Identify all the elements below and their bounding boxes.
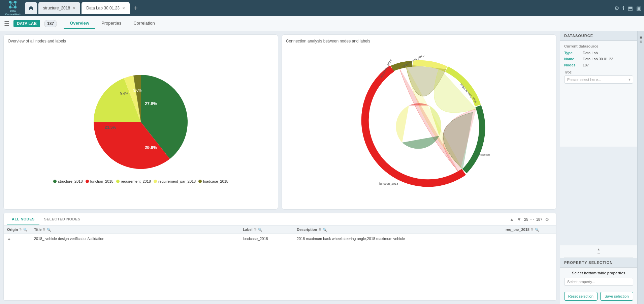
- nav-tab-correlation[interactable]: Correlation: [127, 18, 161, 29]
- legend-loadcase: loadcase_2018: [198, 179, 228, 183]
- legend-req-par-label: requirement_par_2018: [158, 179, 196, 183]
- tab-structure-label: structure_2018: [43, 6, 70, 10]
- tab-datalab[interactable]: Data Lab 30.01.23 ×: [82, 2, 130, 14]
- pie-container: 27.8% 29.9% 23.5% 9.4% 9.6% structure_20…: [8, 68, 274, 183]
- tab-structure[interactable]: structure_2018 ×: [38, 2, 80, 14]
- tool-icon: ✦: [7, 237, 11, 242]
- nav-tab-overview[interactable]: Overview: [64, 18, 95, 29]
- th-label: Label ⇅ 🔍: [239, 225, 293, 234]
- legend-structure: structure_2018: [53, 179, 83, 183]
- svg-text:23.5%: 23.5%: [105, 125, 116, 130]
- node-count-badge: 187: [44, 20, 57, 27]
- th-description-sort[interactable]: ⇅: [319, 228, 321, 231]
- ds-name-value: Data Lab 30.01.23: [583, 57, 613, 61]
- th-label-filter[interactable]: 🔍: [258, 228, 262, 232]
- tab-structure-close[interactable]: ×: [73, 6, 75, 10]
- scroll-down-btn[interactable]: ▼: [517, 217, 521, 222]
- top-bar: Data ContextHub structure_2018 × Data La…: [0, 0, 644, 16]
- pie-chart-title: Overview of all nodes and labels: [8, 39, 274, 43]
- sidebar-right-icon[interactable]: ▣: [636, 5, 641, 11]
- right-side-bar: ▣ ⊞: [637, 31, 644, 304]
- property-selection-header: PROPERTY SELECTION: [560, 258, 637, 268]
- hamburger-menu[interactable]: ☰: [4, 20, 9, 27]
- charts-row: Overview of all nodes and labels: [3, 34, 556, 210]
- tab-all-nodes[interactable]: ALL NODES: [7, 214, 39, 224]
- column-settings-btn[interactable]: ⚙: [545, 217, 549, 222]
- td-origin: ✦: [4, 234, 31, 245]
- legend-requirement: requirement_2018: [116, 179, 151, 183]
- svg-text:9.6%: 9.6%: [133, 88, 141, 92]
- legend-loadcase-label: loadcase_2018: [203, 179, 228, 183]
- logo-area: Data ContextHub: [3, 0, 23, 16]
- type-select-wrapper: Please select here...: [564, 75, 633, 84]
- th-origin-filter[interactable]: 🔍: [23, 228, 27, 232]
- ds-name-row: Name Data Lab 30.01.23: [564, 57, 633, 61]
- th-title-filter[interactable]: 🔍: [47, 228, 51, 232]
- datasource-header: DATASOURCE: [560, 31, 637, 41]
- th-req-par-sort[interactable]: ⇅: [531, 228, 534, 231]
- main-content: Overview of all nodes and labels: [0, 31, 644, 304]
- th-origin-sort[interactable]: ⇅: [19, 228, 22, 231]
- type-select-placeholder: Please select here...: [567, 78, 601, 82]
- table-area: ALL NODES SELECTED NODES ▲ ▼ 25 ··· 187 …: [3, 213, 556, 301]
- tab-area: structure_2018 × Data Lab 30.01.23 × +: [25, 2, 612, 14]
- page-dots: ···: [529, 217, 535, 221]
- right-panel-container: DATASOURCE Current datasource Type Data …: [560, 31, 644, 304]
- pie-legend: structure_2018 function_2018 requirement…: [53, 179, 228, 183]
- nav-tabs: Overview Properties Correlation: [64, 18, 161, 29]
- ds-name-label: Name: [564, 57, 583, 61]
- tab-datalab-label: Data Lab 30.01.23: [86, 6, 120, 10]
- td-req-par: [502, 234, 556, 245]
- add-tab-button[interactable]: +: [131, 3, 140, 13]
- table-header: Origin ⇅ 🔍 Title ⇅ 🔍 Label ⇅ 🔍: [4, 225, 556, 234]
- th-label-sort[interactable]: ⇅: [254, 228, 257, 231]
- ds-type-row: Type Data Lab: [564, 51, 633, 55]
- tab-selected-nodes[interactable]: SELECTED NODES: [39, 214, 85, 224]
- legend-function-label: function_2018: [90, 179, 114, 183]
- export-icon[interactable]: ⬒: [628, 5, 633, 11]
- legend-requirement-label: requirement_2018: [121, 179, 151, 183]
- th-title-sort[interactable]: ⇅: [43, 228, 45, 231]
- scroll-buttons: ▲ ═: [560, 245, 637, 257]
- datasource-content: Current datasource Type Data Lab Name Da…: [560, 41, 637, 147]
- svg-text:structure_2018: structure_2018: [479, 153, 490, 157]
- legend-structure-label: structure_2018: [58, 179, 83, 183]
- side-bar-icon-1[interactable]: ▣: [639, 36, 643, 39]
- th-description-filter[interactable]: 🔍: [323, 228, 327, 232]
- save-selection-button[interactable]: Save selection: [600, 292, 634, 301]
- th-req-par-filter[interactable]: 🔍: [535, 228, 539, 232]
- side-bar-icon-2[interactable]: ⊞: [639, 40, 643, 43]
- td-title: 2018_ vehicle design verification/valida…: [31, 234, 239, 245]
- ds-type-value: Data Lab: [583, 51, 598, 55]
- property-select-input[interactable]: [564, 278, 633, 286]
- th-req-par: req_par_2018 ⇅ 🔍: [502, 225, 556, 234]
- settings-icon[interactable]: ⚙: [614, 5, 619, 11]
- tab-home[interactable]: [25, 2, 37, 14]
- th-origin: Origin ⇅ 🔍: [4, 225, 31, 234]
- scroll-up-btn[interactable]: ▲: [510, 217, 514, 222]
- connection-chart-body: loadcase_2018 requirement_par_2018 requi…: [286, 46, 552, 205]
- prop-selection-subtitle: Select bottom table properties: [564, 271, 633, 275]
- info-icon[interactable]: ℹ: [622, 5, 624, 11]
- svg-text:27.8%: 27.8%: [145, 101, 157, 106]
- reset-selection-button[interactable]: Reset selection: [564, 292, 598, 301]
- page-total: 187: [536, 217, 542, 221]
- pie-chart-body: 27.8% 29.9% 23.5% 9.4% 9.6% structure_20…: [8, 46, 274, 205]
- scroll-eq[interactable]: ═: [598, 252, 600, 255]
- property-selection-section: PROPERTY SELECTION Select bottom table p…: [560, 258, 637, 304]
- td-description: 2018 maximum back wheel steering angle;2…: [293, 234, 502, 245]
- svg-text:9.4%: 9.4%: [120, 92, 128, 96]
- tab-datalab-close[interactable]: ×: [122, 6, 125, 10]
- type-select-label: Type:: [564, 70, 633, 74]
- legend-function: function_2018: [86, 179, 114, 183]
- ds-type-label: Type: [564, 51, 583, 55]
- connection-chart-title: Connection analysis between nodes and la…: [286, 39, 552, 43]
- legend-req-par: requirement_par_2018: [154, 179, 196, 183]
- ds-nodes-value: 187: [583, 63, 589, 67]
- scroll-up-right[interactable]: ▲: [597, 247, 601, 251]
- logo-text: Data ContextHub: [3, 9, 23, 16]
- type-select[interactable]: Please select here...: [564, 75, 633, 84]
- ds-nodes-row: Nodes 187: [564, 63, 633, 67]
- nav-tab-properties[interactable]: Properties: [95, 18, 127, 29]
- ds-nodes-label: Nodes: [564, 63, 583, 67]
